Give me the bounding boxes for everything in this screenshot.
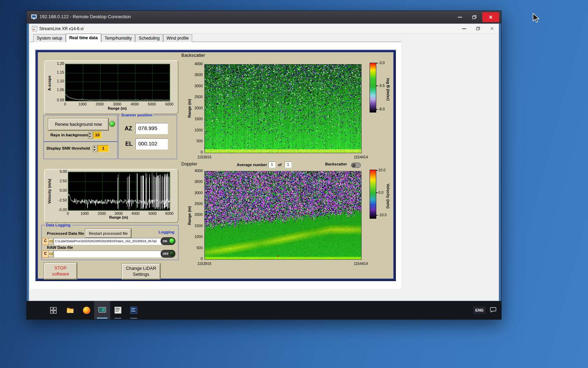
raw-path-field[interactable] — [54, 251, 161, 258]
rdp-titlebar[interactable]: 192.168.0.122 - Remote Desktop Connectio… — [27, 11, 501, 23]
remote-computer-icon — [31, 14, 37, 20]
backscatter-ytick: 1500 — [187, 117, 203, 121]
backscatter-title: Backscatter — [181, 53, 205, 58]
doppler-ytick: 500 — [187, 246, 203, 250]
velocity-ytick: 5.00 — [49, 169, 67, 174]
toggle-knob-off — [169, 251, 175, 256]
doppler-ytick: 4000 — [187, 169, 203, 173]
average-count-field[interactable]: 1 — [285, 162, 292, 168]
az-label: AZ — [125, 125, 132, 132]
scanner-position-group — [118, 115, 177, 159]
vi-restore-button[interactable] — [476, 27, 480, 30]
open-app-indicator — [114, 318, 121, 319]
doppler-cbar-label: Velocity (m/s) — [386, 172, 390, 220]
labview-titlebar[interactable]: StreamLine XR v14-6.vi ✕ — [29, 24, 499, 34]
velocity-ytick: 0.00 — [49, 188, 67, 193]
doppler-colorbar — [370, 170, 376, 219]
doppler-cbar-tick: 10.0 — [378, 168, 390, 172]
change-lidar-settings-label: Change LiDAR Settings — [126, 266, 156, 278]
backscatter-cbar-label: log B (/m/sr) — [386, 67, 390, 112]
rays-in-background-spinner[interactable] — [88, 132, 93, 139]
change-lidar-settings-button[interactable]: Change LiDAR Settings — [122, 264, 160, 279]
tab-temp-humidity[interactable]: Temp/humidity — [101, 34, 135, 42]
backscatter-ytick: 1000 — [187, 128, 203, 132]
doppler-ytick: 0 — [187, 257, 203, 261]
vi-title: StreamLine XR v14-6.vi — [39, 26, 84, 31]
ascope-xtick: 0 — [57, 102, 73, 107]
az-field[interactable]: 078.995 — [135, 123, 168, 134]
renew-led — [109, 121, 115, 127]
front-panel: A-scope 1.20 1.15 1.10 1.05 0.99 0 1000 … — [30, 42, 401, 289]
rdp-title: 192.168.0.122 - Remote Desktop Connectio… — [40, 14, 131, 19]
velocity-xtick: 0 — [60, 211, 76, 216]
velocity-x-axis-label: Range (m) — [101, 215, 136, 220]
path-browse-icon[interactable] — [48, 251, 53, 257]
notification-icon[interactable] — [490, 307, 496, 314]
processed-logging-state: ON — [163, 239, 167, 243]
snr-threshold-spinner[interactable] — [93, 145, 97, 152]
tab-scheduling[interactable]: Scheduling — [135, 34, 163, 42]
raw-logging-toggle[interactable]: OFF — [161, 250, 175, 258]
ascope-xtick: 6000 — [162, 102, 177, 107]
restart-processed-file-button[interactable]: Restart processed file — [85, 229, 131, 238]
vi-minimize-button[interactable] — [462, 28, 466, 29]
rdp-monitor-icon — [98, 307, 106, 313]
backscatter-x-end: 1154414 — [349, 155, 373, 159]
doppler-title: Doppler — [181, 161, 197, 166]
processed-drive-box: C — [42, 238, 49, 245]
of-label: of — [278, 163, 281, 167]
renew-background-button[interactable]: Renew background now — [48, 118, 108, 130]
velocity-ytick: -2.50 — [49, 198, 67, 203]
backscatter-toggle[interactable] — [351, 163, 361, 168]
restore-icon — [472, 15, 477, 19]
tab-bar: System setup Real time data Temp/humidit… — [33, 34, 192, 42]
data-logging-title: Data Logging — [45, 223, 71, 227]
renew-background-label: Renew background now — [55, 122, 102, 127]
el-label: EL — [125, 141, 132, 147]
close-icon: ✕ — [489, 15, 493, 20]
taskbar-app-scan-sched[interactable] — [110, 301, 126, 319]
taskbar-app-terminal[interactable] — [126, 301, 142, 319]
restart-processed-file-label: Restart processed file — [89, 231, 128, 236]
backscatter-cbar-tick: -3.0 — [378, 61, 390, 65]
velocity-xtick: 5000 — [145, 211, 160, 216]
taskbar-rdp-app[interactable] — [94, 301, 110, 319]
velocity-xtick: 6000 — [162, 211, 177, 216]
backscatter-ytick: 500 — [187, 139, 203, 143]
ascope-xtick: 5000 — [144, 102, 160, 107]
rays-in-background-field[interactable]: 10 — [93, 132, 102, 139]
velocity-ytick: 2.50 — [49, 179, 67, 183]
el-field[interactable]: 000.102 — [135, 138, 168, 150]
processed-logging-toggle[interactable]: ON — [161, 237, 175, 245]
velocity-plot — [68, 172, 170, 211]
rdp-close-button[interactable]: ✕ — [482, 12, 499, 22]
doppler-ytick: 3500 — [187, 179, 203, 184]
rays-in-background-label: Rays in background — [50, 133, 89, 137]
start-button[interactable] — [45, 301, 61, 319]
rdp-maximize-button[interactable] — [468, 12, 481, 22]
tab-system-setup[interactable]: System setup — [33, 34, 66, 42]
scan-sched-icon — [114, 307, 121, 314]
toggle-knob-on — [169, 238, 175, 244]
backscatter-ytick: 2000 — [187, 106, 203, 110]
snr-threshold-field[interactable]: 1 — [98, 145, 109, 152]
stop-software-button[interactable]: STOP software — [44, 263, 77, 279]
doppler-ytick: 3000 — [187, 191, 203, 195]
language-indicator[interactable]: ENG — [473, 306, 486, 314]
backscatter-ytick: 3000 — [187, 84, 203, 88]
processed-path-field[interactable]: C:\Lidar\Data\Proc\2023\202309\20230919\… — [54, 238, 161, 245]
average-number-field[interactable]: 1 — [268, 162, 275, 168]
tab-real-time-data[interactable]: Real time data — [66, 34, 101, 42]
tab-wind-profile[interactable]: Wind profile — [163, 34, 192, 42]
taskbar-firefox[interactable] — [78, 301, 94, 319]
backscatter-heatmap — [204, 64, 362, 153]
rdp-minimize-button[interactable] — [454, 12, 466, 22]
start-icon — [50, 307, 57, 314]
vi-close-button[interactable]: ✕ — [490, 26, 494, 31]
toggle-knob — [352, 163, 356, 167]
path-browse-icon[interactable] — [48, 238, 53, 244]
taskbar-file-explorer[interactable] — [62, 301, 78, 319]
doppler-ytick: 1000 — [187, 234, 203, 239]
raw-logging-state: OFF — [163, 252, 169, 255]
folder-icon — [66, 307, 74, 313]
